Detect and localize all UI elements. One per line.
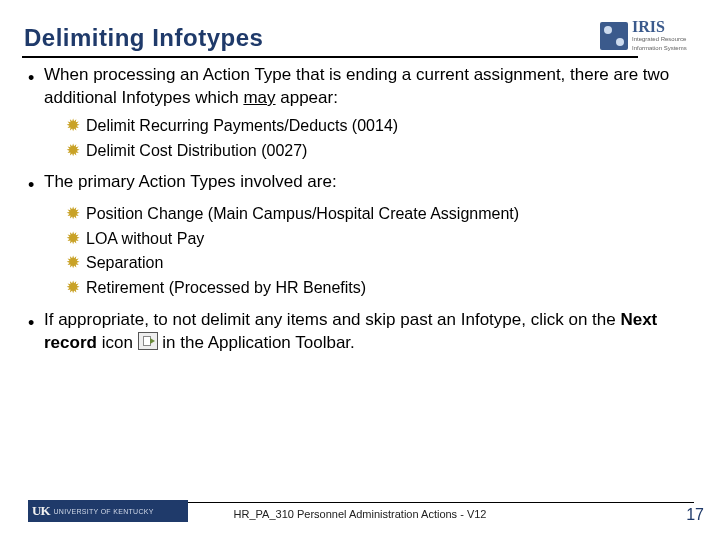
sub-item: ✹ Retirement (Processed by HR Benefits) xyxy=(66,276,692,301)
iris-logo-sub2: Information Systems xyxy=(632,45,687,52)
sub-item: ✹ LOA without Pay xyxy=(66,227,692,252)
sub-item-label: Separation xyxy=(86,251,163,276)
next-record-icon xyxy=(138,332,158,350)
sub-item-label: Position Change (Main Campus/Hospital Cr… xyxy=(86,202,519,227)
sunburst-icon: ✹ xyxy=(66,251,86,275)
iris-logo-icon xyxy=(600,22,628,50)
slide-header: Delimiting Infotypes xyxy=(24,24,696,64)
sunburst-icon: ✹ xyxy=(66,227,86,251)
sub-item-label: Delimit Cost Distribution (0027) xyxy=(86,139,307,164)
bullet-3: • If appropriate, to not delimit any ite… xyxy=(28,309,692,355)
slide-title: Delimiting Infotypes xyxy=(24,24,696,52)
bullet-1-underlined: may xyxy=(243,88,275,107)
sunburst-icon: ✹ xyxy=(66,276,86,300)
slide-footer: UK UNIVERSITY OF KENTUCKY HR_PA_310 Pers… xyxy=(0,502,720,528)
bullet-2-text: The primary Action Types involved are: xyxy=(44,171,692,197)
sub-list-1: ✹ Delimit Recurring Payments/Deducts (00… xyxy=(66,114,692,164)
sub-list-2: ✹ Position Change (Main Campus/Hospital … xyxy=(66,202,692,301)
iris-logo: IRIS Integrated Resource Information Sys… xyxy=(600,18,692,54)
iris-logo-text: IRIS Integrated Resource Information Sys… xyxy=(632,20,687,52)
slide: Delimiting Infotypes IRIS Integrated Res… xyxy=(0,0,720,540)
sunburst-icon: ✹ xyxy=(66,114,86,138)
bullet-2: • The primary Action Types involved are: xyxy=(28,171,692,197)
iris-logo-primary: IRIS xyxy=(632,20,687,34)
slide-body: • When processing an Action Type that is… xyxy=(28,64,692,357)
bullet-1: • When processing an Action Type that is… xyxy=(28,64,692,110)
bullet-1-text: When processing an Action Type that is e… xyxy=(44,64,692,110)
bullet-3-post: in the Application Toolbar. xyxy=(158,333,355,352)
bullet-1-pre: When processing an Action Type that is e… xyxy=(44,65,669,107)
bullet-dot-icon: • xyxy=(28,171,44,197)
sub-item: ✹ Separation xyxy=(66,251,692,276)
footer-center-text: HR_PA_310 Personnel Administration Actio… xyxy=(0,508,720,520)
sub-item: ✹ Delimit Recurring Payments/Deducts (00… xyxy=(66,114,692,139)
bullet-1-post: appear: xyxy=(276,88,338,107)
page-number: 17 xyxy=(686,506,704,524)
bullet-3-text: If appropriate, to not delimit any items… xyxy=(44,309,692,355)
iris-logo-sub1: Integrated Resource xyxy=(632,36,687,43)
sub-item: ✹ Position Change (Main Campus/Hospital … xyxy=(66,202,692,227)
bullet-dot-icon: • xyxy=(28,309,44,355)
sub-item-label: Delimit Recurring Payments/Deducts (0014… xyxy=(86,114,398,139)
sub-item-label: LOA without Pay xyxy=(86,227,204,252)
bullet-dot-icon: • xyxy=(28,64,44,110)
title-underline xyxy=(22,56,638,58)
sunburst-icon: ✹ xyxy=(66,202,86,226)
bullet-3-mid: icon xyxy=(97,333,138,352)
sub-item: ✹ Delimit Cost Distribution (0027) xyxy=(66,139,692,164)
sunburst-icon: ✹ xyxy=(66,139,86,163)
sub-item-label: Retirement (Processed by HR Benefits) xyxy=(86,276,366,301)
footer-rule xyxy=(130,502,694,503)
bullet-3-pre: If appropriate, to not delimit any items… xyxy=(44,310,620,329)
